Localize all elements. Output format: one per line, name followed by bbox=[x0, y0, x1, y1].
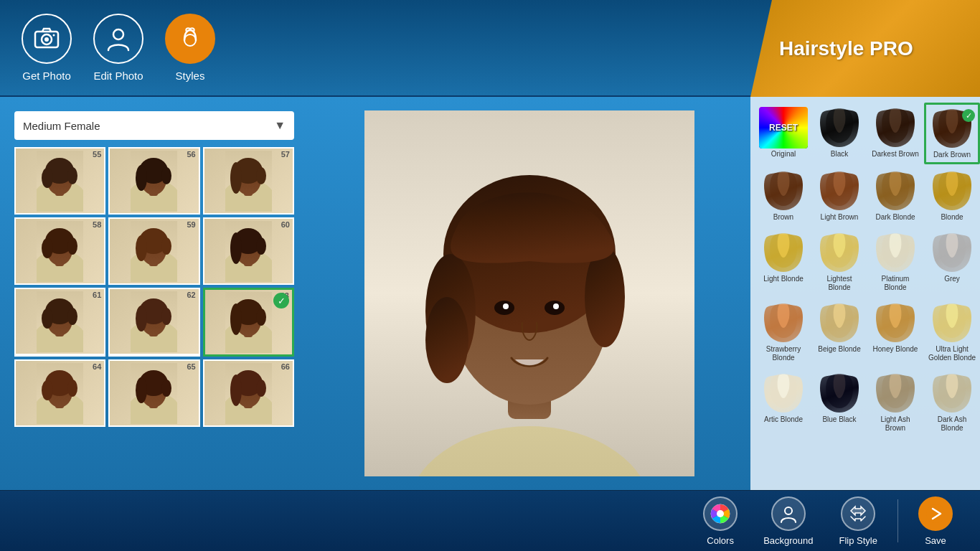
style-thumbnail-svg bbox=[225, 151, 272, 212]
color-item-artic-blonde[interactable]: Artic Blonde bbox=[756, 368, 811, 437]
style-thumbnail-svg bbox=[225, 221, 272, 282]
strawberry-blonde-color-swatch bbox=[759, 302, 808, 344]
nav-styles[interactable]: Styles bbox=[165, 14, 215, 82]
svg-point-33 bbox=[67, 237, 77, 255]
style-item-64[interactable]: 64 bbox=[14, 359, 105, 427]
nav-get-photo[interactable]: Get Photo bbox=[22, 14, 72, 82]
svg-point-11 bbox=[42, 168, 53, 188]
style-thumbnail-svg bbox=[37, 363, 83, 424]
camera-icon bbox=[34, 26, 60, 52]
svg-point-12 bbox=[67, 167, 77, 184]
app-header: Get Photo Edit Photo Styles bbox=[0, 0, 980, 97]
blonde-color-swatch bbox=[928, 170, 976, 212]
style-item-55[interactable]: 55 bbox=[14, 147, 105, 215]
person-background-icon bbox=[778, 504, 798, 524]
style-number: 62 bbox=[187, 291, 195, 299]
dropdown-chevron-icon: ▼ bbox=[274, 119, 286, 132]
ultra-light-golden-blonde-color-swatch bbox=[928, 302, 976, 344]
save-button[interactable]: Save bbox=[905, 491, 966, 552]
svg-point-25 bbox=[230, 162, 242, 194]
style-category-dropdown[interactable]: Medium Female ▼ bbox=[14, 111, 294, 140]
svg-point-32 bbox=[42, 238, 53, 258]
style-item-61[interactable]: 61 bbox=[14, 288, 105, 357]
color-item-dark-ash-blonde[interactable]: Dark Ash Blonde bbox=[924, 368, 980, 437]
photo-preview-image bbox=[364, 110, 694, 476]
color-item-brown[interactable]: Brown bbox=[756, 166, 811, 226]
artic-blonde-color-swatch bbox=[759, 372, 808, 414]
svg-point-100 bbox=[503, 303, 509, 309]
color-item-light-brown[interactable]: Light Brown bbox=[812, 166, 867, 226]
svg-point-96 bbox=[585, 247, 625, 347]
colors-button[interactable]: Colors bbox=[690, 491, 750, 552]
style-number: 61 bbox=[93, 291, 101, 299]
dark-ash-blonde-color-swatch bbox=[928, 372, 976, 414]
color-item-blue-black[interactable]: Blue Black bbox=[812, 368, 867, 437]
style-item-56[interactable]: 56 bbox=[108, 147, 199, 215]
main-navigation: Get Photo Edit Photo Styles bbox=[22, 14, 215, 82]
color-item-honey-blonde[interactable]: Honey Blonde bbox=[868, 298, 923, 367]
colors-label: Colors bbox=[707, 535, 734, 546]
background-icon bbox=[771, 496, 806, 531]
style-thumbnails-grid: 55 bbox=[14, 147, 294, 427]
styles-left-panel: Medium Female ▼ 55 bbox=[0, 97, 308, 490]
svg-point-88 bbox=[230, 375, 242, 406]
style-item-66[interactable]: 66 bbox=[203, 359, 294, 427]
color-item-light-blonde[interactable]: Light Blonde bbox=[756, 227, 811, 296]
grey-color-swatch bbox=[928, 232, 976, 273]
svg-point-46 bbox=[230, 232, 242, 264]
styles-label: Styles bbox=[176, 70, 205, 82]
color-label-beige-blonde: Beige Blonde bbox=[818, 345, 861, 354]
edit-photo-label: Edit Photo bbox=[93, 70, 143, 82]
color-item-strawberry-blonde[interactable]: Strawberry Blonde bbox=[756, 298, 811, 367]
svg-point-4 bbox=[113, 29, 123, 39]
style-item-59[interactable]: 59 bbox=[108, 217, 199, 285]
nav-edit-photo[interactable]: Edit Photo bbox=[93, 14, 143, 82]
color-label-blue-black: Blue Black bbox=[822, 415, 856, 424]
style-item-62[interactable]: 62 bbox=[108, 288, 199, 357]
color-item-grey[interactable]: Grey bbox=[924, 227, 980, 296]
color-label-reset: Original bbox=[771, 150, 796, 159]
flip-style-button[interactable]: Flip Style bbox=[826, 491, 890, 552]
style-number: 66 bbox=[281, 362, 290, 371]
save-icon bbox=[918, 496, 953, 531]
style-thumbnail-svg bbox=[131, 291, 177, 352]
toolbar-divider bbox=[897, 499, 898, 542]
color-item-platinum-blonde[interactable]: Platinum Blonde bbox=[868, 227, 923, 296]
dropdown-value: Medium Female bbox=[23, 120, 100, 132]
selected-check-overlay: ✓ bbox=[962, 109, 975, 122]
color-item-blonde[interactable]: Blonde bbox=[924, 166, 980, 226]
color-item-black[interactable]: Black bbox=[812, 103, 867, 164]
light-brown-color-swatch bbox=[815, 170, 864, 212]
color-item-dark-brown[interactable]: ✓ Dark Bro bbox=[924, 103, 980, 164]
style-item-63[interactable]: 63 ✓ bbox=[203, 288, 294, 357]
color-item-darkest-brown[interactable]: Darkest Brown bbox=[868, 103, 923, 164]
style-item-65[interactable]: 65 bbox=[108, 359, 199, 427]
color-item-ultra-light-golden-blonde[interactable]: Ultra Light Golden Blonde bbox=[924, 298, 980, 367]
color-item-light-ash-brown[interactable]: Light Ash Brown bbox=[868, 368, 923, 437]
style-item-60[interactable]: 60 bbox=[203, 217, 294, 285]
style-number: 60 bbox=[281, 220, 290, 229]
style-item-57[interactable]: 57 bbox=[203, 147, 294, 215]
color-item-dark-blonde[interactable]: Dark Blonde bbox=[868, 166, 923, 226]
svg-point-68 bbox=[256, 309, 266, 326]
style-item-58[interactable]: 58 bbox=[14, 217, 105, 285]
background-button[interactable]: Background bbox=[750, 491, 826, 552]
color-label-grey: Grey bbox=[944, 275, 960, 283]
color-label-dark-ash-blonde: Dark Ash Blonde bbox=[927, 415, 977, 433]
dark-blonde-color-swatch bbox=[871, 170, 920, 212]
color-item-reset[interactable]: RESET Original bbox=[756, 103, 811, 164]
person-icon bbox=[105, 26, 131, 52]
svg-point-81 bbox=[136, 377, 147, 403]
color-item-beige-blonde[interactable]: Beige Blonde bbox=[812, 298, 867, 367]
darkest-brown-color-swatch bbox=[871, 107, 920, 149]
svg-point-5 bbox=[184, 34, 196, 46]
color-item-lightest-blonde[interactable]: Lightest Blonde bbox=[812, 227, 867, 296]
color-label-blonde: Blonde bbox=[941, 213, 963, 222]
svg-point-103 bbox=[717, 510, 724, 517]
svg-point-67 bbox=[230, 303, 242, 335]
color-label-black: Black bbox=[831, 150, 848, 159]
color-label-platinum-blonde: Platinum Blonde bbox=[871, 275, 920, 292]
style-thumbnail-svg bbox=[225, 363, 272, 424]
style-thumbnail-svg bbox=[37, 221, 83, 282]
svg-point-47 bbox=[256, 237, 266, 255]
